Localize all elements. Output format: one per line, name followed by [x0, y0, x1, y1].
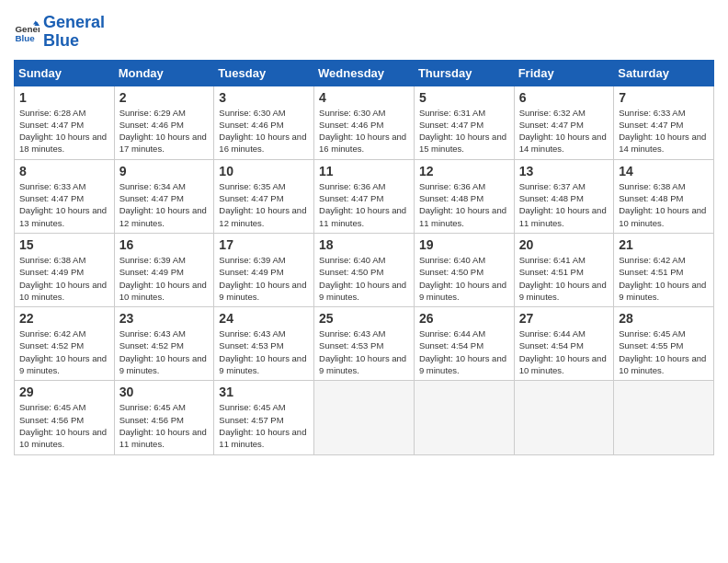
day-info: Sunrise: 6:44 AM Sunset: 4:54 PM Dayligh…: [419, 327, 509, 376]
day-number: 28: [619, 311, 709, 326]
calendar-cell: 2 Sunrise: 6:29 AM Sunset: 4:46 PM Dayli…: [114, 86, 214, 159]
day-info: Sunrise: 6:41 AM Sunset: 4:51 PM Dayligh…: [519, 254, 609, 303]
page-header: General Blue General Blue: [14, 14, 714, 51]
day-number: 5: [419, 90, 509, 105]
day-number: 12: [419, 164, 509, 178]
calendar-week-row: 15 Sunrise: 6:38 AM Sunset: 4:49 PM Dayl…: [15, 233, 714, 306]
day-number: 27: [519, 311, 609, 326]
day-number: 17: [219, 237, 309, 252]
calendar-cell: 9 Sunrise: 6:34 AM Sunset: 4:47 PM Dayli…: [114, 159, 214, 233]
calendar-cell: 29 Sunrise: 6:45 AM Sunset: 4:56 PM Dayl…: [15, 381, 115, 454]
calendar-cell: 24 Sunrise: 6:43 AM Sunset: 4:53 PM Dayl…: [214, 307, 314, 381]
calendar-cell: 19 Sunrise: 6:40 AM Sunset: 4:50 PM Dayl…: [414, 233, 514, 306]
day-number: 1: [19, 90, 109, 105]
calendar-cell: 5 Sunrise: 6:31 AM Sunset: 4:47 PM Dayli…: [414, 86, 514, 159]
calendar-header-row: SundayMondayTuesdayWednesdayThursdayFrid…: [15, 60, 714, 86]
day-number: 21: [619, 237, 709, 252]
day-info: Sunrise: 6:37 AM Sunset: 4:48 PM Dayligh…: [519, 180, 609, 229]
column-header-monday: Monday: [114, 60, 214, 86]
calendar-cell: [514, 381, 614, 454]
day-info: Sunrise: 6:43 AM Sunset: 4:53 PM Dayligh…: [219, 327, 309, 376]
calendar-cell: 21 Sunrise: 6:42 AM Sunset: 4:51 PM Dayl…: [614, 233, 714, 306]
calendar-cell: 11 Sunrise: 6:36 AM Sunset: 4:47 PM Dayl…: [314, 159, 415, 233]
day-number: 29: [19, 385, 109, 399]
day-number: 11: [319, 164, 409, 178]
day-info: Sunrise: 6:29 AM Sunset: 4:46 PM Dayligh…: [119, 107, 210, 155]
calendar-cell: 10 Sunrise: 6:35 AM Sunset: 4:47 PM Dayl…: [214, 159, 314, 233]
logo-text: General Blue: [43, 14, 105, 51]
calendar-cell: 20 Sunrise: 6:41 AM Sunset: 4:51 PM Dayl…: [514, 233, 614, 306]
day-number: 10: [219, 164, 309, 178]
day-number: 6: [519, 90, 609, 105]
day-info: Sunrise: 6:36 AM Sunset: 4:48 PM Dayligh…: [419, 180, 509, 229]
svg-text:Blue: Blue: [15, 33, 35, 43]
column-header-wednesday: Wednesday: [314, 60, 415, 86]
logo-icon: General Blue: [14, 19, 40, 45]
day-info: Sunrise: 6:30 AM Sunset: 4:46 PM Dayligh…: [219, 107, 309, 155]
calendar-cell: 13 Sunrise: 6:37 AM Sunset: 4:48 PM Dayl…: [514, 159, 614, 233]
calendar-cell: 30 Sunrise: 6:45 AM Sunset: 4:56 PM Dayl…: [114, 381, 214, 454]
day-number: 14: [619, 164, 709, 178]
day-info: Sunrise: 6:45 AM Sunset: 4:55 PM Dayligh…: [619, 327, 709, 376]
day-info: Sunrise: 6:36 AM Sunset: 4:47 PM Dayligh…: [319, 180, 409, 229]
day-info: Sunrise: 6:45 AM Sunset: 4:57 PM Dayligh…: [219, 401, 309, 450]
day-info: Sunrise: 6:38 AM Sunset: 4:48 PM Dayligh…: [619, 180, 709, 229]
day-number: 8: [19, 164, 109, 178]
day-info: Sunrise: 6:42 AM Sunset: 4:52 PM Dayligh…: [19, 327, 109, 376]
day-info: Sunrise: 6:43 AM Sunset: 4:53 PM Dayligh…: [319, 327, 409, 376]
calendar-table: SundayMondayTuesdayWednesdayThursdayFrid…: [14, 60, 714, 455]
day-info: Sunrise: 6:40 AM Sunset: 4:50 PM Dayligh…: [419, 254, 509, 303]
day-number: 3: [219, 90, 309, 105]
day-number: 13: [519, 164, 609, 178]
calendar-cell: [614, 381, 714, 454]
calendar-cell: 23 Sunrise: 6:43 AM Sunset: 4:52 PM Dayl…: [114, 307, 214, 381]
column-header-thursday: Thursday: [414, 60, 514, 86]
calendar-cell: 15 Sunrise: 6:38 AM Sunset: 4:49 PM Dayl…: [15, 233, 115, 306]
calendar-cell: 6 Sunrise: 6:32 AM Sunset: 4:47 PM Dayli…: [514, 86, 614, 159]
calendar-cell: 8 Sunrise: 6:33 AM Sunset: 4:47 PM Dayli…: [15, 159, 115, 233]
logo-general: General: [43, 13, 105, 31]
calendar-cell: 28 Sunrise: 6:45 AM Sunset: 4:55 PM Dayl…: [614, 307, 714, 381]
day-info: Sunrise: 6:42 AM Sunset: 4:51 PM Dayligh…: [619, 254, 709, 303]
day-number: 2: [119, 90, 210, 105]
calendar-cell: 17 Sunrise: 6:39 AM Sunset: 4:49 PM Dayl…: [214, 233, 314, 306]
day-info: Sunrise: 6:31 AM Sunset: 4:47 PM Dayligh…: [419, 107, 509, 155]
calendar-cell: 26 Sunrise: 6:44 AM Sunset: 4:54 PM Dayl…: [414, 307, 514, 381]
calendar-cell: 27 Sunrise: 6:44 AM Sunset: 4:54 PM Dayl…: [514, 307, 614, 381]
day-info: Sunrise: 6:35 AM Sunset: 4:47 PM Dayligh…: [219, 180, 309, 229]
day-info: Sunrise: 6:33 AM Sunset: 4:47 PM Dayligh…: [19, 180, 109, 229]
day-number: 20: [519, 237, 609, 252]
day-info: Sunrise: 6:32 AM Sunset: 4:47 PM Dayligh…: [519, 107, 609, 155]
day-info: Sunrise: 6:38 AM Sunset: 4:49 PM Dayligh…: [19, 254, 109, 303]
day-info: Sunrise: 6:45 AM Sunset: 4:56 PM Dayligh…: [119, 401, 210, 450]
calendar-cell: 25 Sunrise: 6:43 AM Sunset: 4:53 PM Dayl…: [314, 307, 415, 381]
column-header-tuesday: Tuesday: [214, 60, 314, 86]
day-info: Sunrise: 6:44 AM Sunset: 4:54 PM Dayligh…: [519, 327, 609, 376]
day-number: 19: [419, 237, 509, 252]
day-info: Sunrise: 6:40 AM Sunset: 4:50 PM Dayligh…: [319, 254, 409, 303]
calendar-cell: 3 Sunrise: 6:30 AM Sunset: 4:46 PM Dayli…: [214, 86, 314, 159]
day-number: 16: [119, 237, 210, 252]
calendar-cell: 14 Sunrise: 6:38 AM Sunset: 4:48 PM Dayl…: [614, 159, 714, 233]
day-number: 15: [19, 237, 109, 252]
day-number: 24: [219, 311, 309, 326]
day-number: 7: [619, 90, 709, 105]
day-info: Sunrise: 6:45 AM Sunset: 4:56 PM Dayligh…: [19, 401, 109, 450]
day-info: Sunrise: 6:39 AM Sunset: 4:49 PM Dayligh…: [219, 254, 309, 303]
column-header-saturday: Saturday: [614, 60, 714, 86]
day-number: 23: [119, 311, 210, 326]
day-info: Sunrise: 6:39 AM Sunset: 4:49 PM Dayligh…: [119, 254, 210, 303]
day-number: 25: [319, 311, 409, 326]
column-header-sunday: Sunday: [15, 60, 115, 86]
calendar-cell: 7 Sunrise: 6:33 AM Sunset: 4:47 PM Dayli…: [614, 86, 714, 159]
logo: General Blue General Blue: [14, 14, 105, 51]
calendar-cell: [314, 381, 415, 454]
day-number: 26: [419, 311, 509, 326]
calendar-week-row: 8 Sunrise: 6:33 AM Sunset: 4:47 PM Dayli…: [15, 159, 714, 233]
day-info: Sunrise: 6:34 AM Sunset: 4:47 PM Dayligh…: [119, 180, 210, 229]
day-number: 22: [19, 311, 109, 326]
day-info: Sunrise: 6:33 AM Sunset: 4:47 PM Dayligh…: [619, 107, 709, 155]
day-info: Sunrise: 6:28 AM Sunset: 4:47 PM Dayligh…: [19, 107, 109, 155]
calendar-week-row: 1 Sunrise: 6:28 AM Sunset: 4:47 PM Dayli…: [15, 86, 714, 159]
day-number: 30: [119, 385, 210, 399]
